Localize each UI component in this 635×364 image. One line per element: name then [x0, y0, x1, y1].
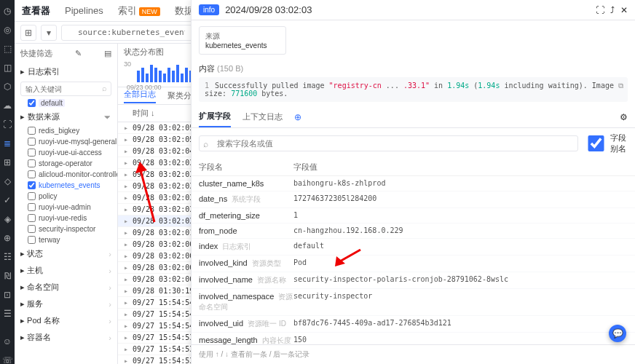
add-tab-icon[interactable]: ⊕: [294, 112, 301, 122]
detail-panel: info 2024/09/28 03:02:03 ⛶ ⤴ ✕ 来源 kubern…: [191, 0, 635, 364]
edit-icon[interactable]: ✎: [75, 49, 82, 58]
chart-bar: [141, 68, 144, 82]
field-row[interactable]: involved_uid资源唯一 IDbf87dc76-7445-409a-ad…: [192, 316, 635, 333]
chk-default[interactable]: [28, 99, 36, 107]
source-item[interactable]: policy: [15, 191, 117, 202]
source-item[interactable]: ruoyi-vue-ui-access: [15, 147, 117, 158]
chart-bar: [154, 68, 157, 82]
search-icon: ⌕: [203, 139, 208, 149]
chart-bar: [172, 71, 175, 82]
filter-section[interactable]: ▸ 主机›: [15, 262, 117, 279]
section-data-source[interactable]: ▸ 数据来源 ⏷: [15, 108, 117, 125]
source-item[interactable]: ruoyi-vue-admin: [15, 202, 117, 213]
rail-icon[interactable]: ☷: [2, 252, 12, 262]
field-row[interactable]: message_length内容长度150: [192, 333, 635, 344]
source-item[interactable]: ruoyi-vue-mysql-general: [15, 136, 117, 147]
rail-icon[interactable]: ◷: [2, 6, 12, 16]
source-item[interactable]: security-inspector: [15, 223, 117, 234]
field-row[interactable]: involved_namespace资源命名空间security-inspect…: [192, 289, 635, 316]
export-icon[interactable]: ⤴: [610, 5, 615, 15]
rail-icon[interactable]: ⬡: [2, 82, 12, 92]
field-row[interactable]: df_metering_size1: [192, 208, 635, 223]
chart-bar: [181, 74, 184, 82]
rail-icon[interactable]: ☰: [2, 309, 12, 319]
rail-icon[interactable]: ₪: [2, 271, 12, 281]
close-icon[interactable]: ✕: [620, 5, 628, 15]
funnel-icon[interactable]: ⏷: [103, 113, 111, 122]
rail-icon[interactable]: ⊕: [2, 233, 12, 243]
filter-section[interactable]: ▸ Pod 名称›: [15, 312, 117, 329]
rail-icon[interactable]: ◫: [2, 63, 12, 73]
field-search-input[interactable]: [199, 135, 578, 151]
filter-source-button[interactable]: ⊞: [20, 25, 36, 41]
section-log-index[interactable]: ▸ 日志索引: [15, 63, 117, 80]
chart-bar: [176, 65, 179, 82]
tab-pipelines[interactable]: Pipelines: [63, 5, 105, 16]
tab-index[interactable]: 索引NEW: [117, 4, 162, 17]
chart-bar: [150, 65, 153, 82]
source-item[interactable]: ruoyi-vue-redis: [15, 213, 117, 223]
list-icon[interactable]: ▤: [104, 49, 111, 58]
level-chip: info: [199, 4, 219, 15]
expand-icon[interactable]: ⛶: [596, 5, 604, 15]
field-row[interactable]: from_nodecn-hangzhou.192.168.0.229: [192, 223, 635, 239]
detail-title: 2024/09/28 03:02:03: [225, 4, 590, 15]
source-item[interactable]: kubernetes_events: [15, 180, 117, 191]
subtab-all-logs[interactable]: 全部日志: [124, 89, 156, 103]
settings-icon[interactable]: ⚙: [620, 112, 628, 122]
field-row[interactable]: involved_name资源名称security-inspector-pola…: [192, 272, 635, 289]
tab-context-logs[interactable]: 上下文日志: [242, 107, 283, 127]
chart-bar: [137, 71, 140, 82]
rail-icon[interactable]: ⊡: [2, 290, 12, 300]
rail-icon-logs[interactable]: ≣: [2, 138, 12, 149]
bell-icon[interactable]: ☏: [2, 355, 12, 364]
tab-ext-fields[interactable]: 扩展字段: [199, 106, 231, 127]
alias-toggle[interactable]: 字段别名: [584, 132, 628, 154]
source-card: 来源 kubernetes_events: [199, 26, 286, 55]
filter-dropdown-button[interactable]: ▾: [41, 25, 57, 41]
search-input[interactable]: [61, 25, 202, 41]
tab-viewer[interactable]: 查看器: [20, 4, 52, 17]
rail-icon[interactable]: ⊞: [2, 157, 12, 167]
source-item[interactable]: alicloud-monitor-controller: [15, 169, 117, 180]
source-item[interactable]: terway: [15, 234, 117, 245]
source-item[interactable]: redis_bigkey: [15, 125, 117, 136]
log-content: 1Successfully pulled image "registry-cn …: [199, 77, 628, 102]
rail-icon[interactable]: ⛶: [2, 119, 12, 130]
source-item[interactable]: storage-operator: [15, 158, 117, 169]
rail-icon[interactable]: ✓: [2, 195, 12, 205]
filter-section[interactable]: ▸ 容器名›: [15, 329, 117, 346]
field-row[interactable]: date_ns系统字段172746372305l284200: [192, 191, 635, 208]
chart-bar: [159, 71, 162, 82]
chart-bar: [146, 74, 149, 82]
detail-footer: 使用 ↑ / ↓ 查看前一条 / 后一条记录: [192, 344, 635, 364]
rail-icon[interactable]: ⬚: [2, 44, 12, 54]
left-nav-rail: ◷ ◎ ⬚ ◫ ⬡ ☁ ⛶ ≣ ⊞ ◇ ✓ ◈ ⊕ ☷ ₪ ⊡ ☰ ☺ ☏ ? …: [0, 0, 15, 364]
field-row[interactable]: involved_kind资源类型Pod: [192, 256, 635, 272]
keyword-input[interactable]: [20, 82, 111, 96]
chart-bar: [185, 68, 188, 82]
field-row[interactable]: cluster_name_k8sbaihongru-k8s-zhlprod: [192, 176, 635, 191]
filter-section[interactable]: ▸ 命名空间›: [15, 279, 117, 296]
rail-icon[interactable]: ◇: [2, 176, 12, 186]
field-row[interactable]: index日志索引default: [192, 239, 635, 256]
quick-filter-label: 快捷筛选: [20, 48, 52, 59]
rail-icon[interactable]: ◎: [2, 25, 12, 35]
chart-bar: [163, 74, 166, 82]
filter-sidebar: 快捷筛选 ✎ ▤ ▸ 日志索引 ⌕ default ▸ 数据来源 ⏷ redis…: [15, 44, 118, 364]
copy-icon[interactable]: ⧉: [618, 82, 623, 90]
rail-icon[interactable]: ☁: [2, 100, 12, 111]
user-icon[interactable]: ☺: [2, 336, 12, 347]
filter-section[interactable]: ▸ 状态›: [15, 245, 117, 262]
chat-fab[interactable]: 💬: [609, 325, 626, 342]
search-icon: ⌕: [102, 84, 107, 92]
rail-icon[interactable]: ◈: [2, 214, 12, 224]
chart-bar: [167, 68, 170, 82]
filter-section[interactable]: ▸ 服务›: [15, 296, 117, 312]
